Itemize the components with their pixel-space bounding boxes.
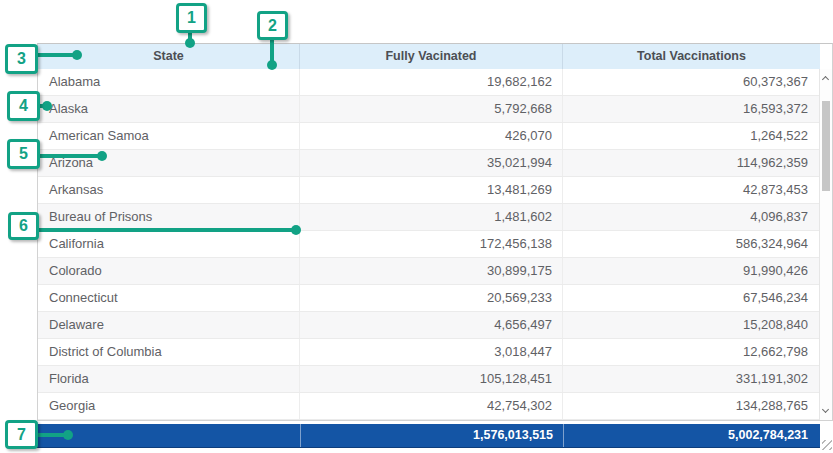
total-vaccinations-cell: 91,990,426: [563, 258, 820, 284]
total-vaccinations-cell: 16,593,372: [563, 96, 820, 122]
marker-dot: [42, 101, 52, 111]
state-cell: Alabama: [38, 69, 300, 95]
state-cell: Bureau of Prisons: [38, 204, 300, 230]
table-row[interactable]: District of Columbia 3,018,447 12,662,79…: [38, 339, 820, 366]
total-fully-vaccinated-cell: 1,576,013,515: [300, 424, 563, 447]
data-table: State Fully Vacinated Total Vaccinations…: [37, 43, 833, 421]
fully-vaccinated-cell: 19,682,162: [300, 69, 563, 95]
marker-dot: [185, 38, 195, 48]
fully-vaccinated-cell: 30,899,175: [300, 258, 563, 284]
marker-label: 1: [176, 3, 207, 33]
marker-dot: [63, 430, 73, 440]
table-row[interactable]: American Samoa 426,070 1,264,522: [38, 123, 820, 150]
marker-dot: [291, 225, 301, 235]
table-row[interactable]: Alaska 5,792,668 16,593,372: [38, 96, 820, 123]
total-vaccinations-cell: 15,208,840: [563, 312, 820, 338]
state-cell: Arkansas: [38, 177, 300, 203]
table-row[interactable]: Arkansas 13,481,269 42,873,453: [38, 177, 820, 204]
fully-vaccinated-cell: 42,754,302: [300, 393, 563, 419]
scroll-down-icon[interactable]: [822, 406, 829, 413]
fully-vaccinated-cell: 172,456,138: [300, 231, 563, 257]
table-row[interactable]: Bureau of Prisons 1,481,602 4,096,837: [38, 204, 820, 231]
state-cell: Georgia: [38, 393, 300, 419]
fully-vaccinated-cell: 13,481,269: [300, 177, 563, 203]
marker-line: [38, 154, 100, 158]
state-cell: Alaska: [38, 96, 300, 122]
total-vaccinations-cell: 331,191,302: [563, 366, 820, 392]
table-row[interactable]: Delaware 4,656,497 15,208,840: [38, 312, 820, 339]
state-cell: Florida: [38, 366, 300, 392]
total-vaccinations-cell: 114,962,359: [563, 150, 820, 176]
fully-vaccinated-cell: 3,018,447: [300, 339, 563, 365]
table-row[interactable]: Alabama 19,682,162 60,373,367: [38, 69, 820, 96]
marker-line: [270, 40, 274, 61]
total-vaccinations-cell: 67,546,234: [563, 285, 820, 311]
state-cell: California: [38, 231, 300, 257]
marker-line: [36, 433, 66, 437]
table-body: Alabama 19,682,162 60,373,367 Alaska 5,7…: [38, 69, 820, 420]
marker-line: [36, 53, 76, 57]
table-header: State Fully Vacinated Total Vaccinations: [38, 44, 820, 69]
fully-vaccinated-cell: 20,569,233: [300, 285, 563, 311]
state-cell: Colorado: [38, 258, 300, 284]
total-vaccinations-cell: 12,662,798: [563, 339, 820, 365]
marker-dot: [72, 50, 82, 60]
table-row[interactable]: Florida 105,128,451 331,191,302: [38, 366, 820, 393]
table-row[interactable]: California 172,456,138 586,324,964: [38, 231, 820, 258]
marker-label: 5: [7, 139, 40, 169]
total-vaccinations-cell: 42,873,453: [563, 177, 820, 203]
scroll-up-icon[interactable]: [822, 76, 829, 83]
table-total-row: 1,576,013,515 5,002,784,231: [37, 424, 820, 448]
fully-vaccinated-cell: 4,656,497: [300, 312, 563, 338]
resize-grip[interactable]: [822, 440, 832, 450]
total-vaccinations-cell: 134,288,765: [563, 393, 820, 419]
total-total-vaccinations-cell: 5,002,784,231: [563, 424, 820, 447]
total-vaccinations-cell: 586,324,964: [563, 231, 820, 257]
total-vaccinations-cell: 60,373,367: [563, 69, 820, 95]
fully-vaccinated-cell: 5,792,668: [300, 96, 563, 122]
total-state-cell: [37, 424, 300, 447]
table-row[interactable]: Arizona 35,021,994 114,962,359: [38, 150, 820, 177]
state-cell: District of Columbia: [38, 339, 300, 365]
marker-dot: [267, 60, 277, 70]
marker-label: 2: [257, 11, 288, 40]
column-header-fully-vaccinated[interactable]: Fully Vacinated: [300, 44, 563, 69]
marker-label: 6: [8, 212, 39, 240]
marker-line: [37, 228, 293, 232]
total-vaccinations-cell: 4,096,837: [563, 204, 820, 230]
marker-label: 4: [7, 91, 40, 121]
table-row[interactable]: Georgia 42,754,302 134,288,765: [38, 393, 820, 420]
fully-vaccinated-cell: 105,128,451: [300, 366, 563, 392]
marker-label: 3: [5, 44, 38, 74]
total-vaccinations-cell: 1,264,522: [563, 123, 820, 149]
table-row[interactable]: Connecticut 20,569,233 67,546,234: [38, 285, 820, 312]
table-row[interactable]: Colorado 30,899,175 91,990,426: [38, 258, 820, 285]
marker-dot: [97, 151, 107, 161]
vertical-scrollbar[interactable]: [819, 69, 832, 420]
fully-vaccinated-cell: 35,021,994: [300, 150, 563, 176]
state-cell: Delaware: [38, 312, 300, 338]
scrollbar-thumb[interactable]: [822, 101, 830, 191]
fully-vaccinated-cell: 426,070: [300, 123, 563, 149]
column-header-total-vaccinations[interactable]: Total Vaccinations: [563, 44, 820, 69]
state-cell: American Samoa: [38, 123, 300, 149]
marker-label: 7: [5, 420, 38, 449]
state-cell: Connecticut: [38, 285, 300, 311]
fully-vaccinated-cell: 1,481,602: [300, 204, 563, 230]
